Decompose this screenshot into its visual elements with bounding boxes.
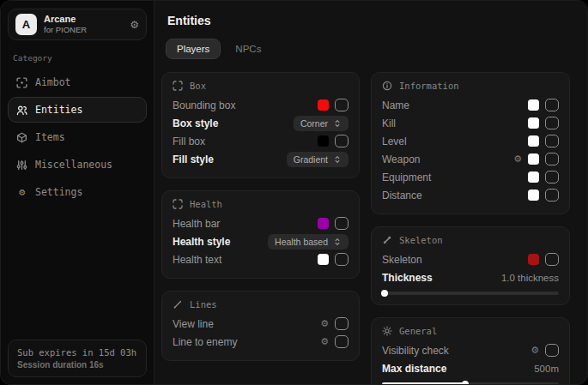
health-text-row: Health text — [173, 250, 349, 268]
sidebar-item-label: Entities — [35, 104, 82, 116]
sidebar-item-items[interactable]: Items — [8, 124, 147, 150]
box-style-dropdown[interactable]: Corner — [294, 116, 349, 131]
health-text-label: Health text — [173, 254, 221, 266]
view-line-gear-icon[interactable]: ⚙ — [320, 319, 329, 328]
level-row: Level — [382, 132, 559, 150]
box-style-row: Box style Corner — [173, 114, 349, 132]
general-card: General Visibility check ⚙ Max distance … — [371, 317, 570, 385]
card-title: Lines — [190, 299, 217, 310]
skeleton-checkbox[interactable] — [545, 253, 559, 266]
visibility-check-row: Visibility check ⚙ — [382, 341, 559, 359]
bounding-box-checkbox[interactable] — [335, 99, 349, 111]
weapon-gear-icon[interactable]: ⚙ — [513, 154, 522, 164]
sidebar-item-settings[interactable]: ⚙ Settings — [8, 179, 147, 205]
app-subtitle: for PIONER — [44, 25, 87, 35]
name-checkbox[interactable] — [545, 99, 559, 111]
info-icon — [382, 81, 392, 91]
box-style-value: Corner — [300, 118, 328, 129]
package-icon — [16, 132, 27, 143]
line-to-enemy-checkbox[interactable] — [335, 335, 349, 348]
gear-icon: ⚙ — [16, 187, 27, 198]
main-content: Entities Players NPCs Box Bounding box — [155, 1, 587, 384]
information-card: Information Name Kill — [371, 72, 570, 214]
level-color-swatch[interactable] — [528, 135, 539, 147]
select-icon — [333, 238, 342, 246]
equipment-row: Equipment — [382, 168, 559, 186]
line-icon — [173, 299, 183, 310]
health-style-dropdown[interactable]: Health based — [268, 234, 349, 250]
health-text-checkbox[interactable] — [335, 253, 349, 266]
distance-label: Distance — [382, 189, 422, 202]
skeleton-label: Skeleton — [382, 254, 422, 266]
app-header-card: A Arcane for PIONER ⚙ — [8, 9, 147, 40]
thickness-value: 1.0 thickness — [501, 273, 559, 283]
fill-box-checkbox[interactable] — [335, 135, 349, 147]
subscription-card: Sub expires in 15d 03h Session duration … — [8, 340, 147, 377]
name-color-swatch[interactable] — [528, 99, 539, 111]
max-distance-slider-handle[interactable] — [462, 381, 469, 385]
distance-color-swatch[interactable] — [528, 189, 539, 201]
sidebar-item-label: Settings — [35, 186, 82, 198]
bounding-box-row: Bounding box — [173, 96, 349, 114]
view-line-label: View line — [173, 318, 214, 330]
card-title: Box — [190, 81, 206, 91]
sidebar-item-label: Aimbot — [35, 76, 71, 88]
line-to-enemy-gear-icon[interactable]: ⚙ — [320, 337, 329, 346]
sidebar-item-label: Miscellaneous — [35, 159, 112, 171]
level-label: Level — [382, 135, 407, 147]
fill-box-row: Fill box — [173, 132, 349, 150]
sliders-icon — [16, 159, 27, 171]
select-icon — [333, 119, 342, 128]
visibility-check-label: Visibility check — [382, 345, 449, 357]
max-distance-row: Max distance 500m — [382, 359, 559, 377]
sun-icon — [382, 326, 392, 336]
health-bar-label: Health bar — [173, 218, 220, 230]
thickness-slider-handle[interactable] — [381, 290, 388, 297]
distance-row: Distance — [382, 186, 559, 204]
sidebar-item-aimbot[interactable]: Aimbot — [8, 69, 147, 95]
view-line-row: View line ⚙ — [173, 315, 349, 333]
level-checkbox[interactable] — [545, 135, 559, 147]
box-card: Box Bounding box Box style Corner — [161, 72, 360, 178]
kill-checkbox[interactable] — [545, 117, 559, 129]
visibility-check-gear-icon[interactable]: ⚙ — [530, 346, 539, 355]
distance-checkbox[interactable] — [545, 189, 559, 202]
sub-expires-text: Sub expires in 15d 03h — [17, 347, 137, 358]
equipment-checkbox[interactable] — [545, 171, 559, 183]
tab-npcs[interactable]: NPCs — [224, 39, 272, 59]
sidebar-item-entities[interactable]: Entities — [8, 97, 147, 123]
users-icon — [16, 105, 27, 116]
app-settings-icon[interactable]: ⚙ — [130, 19, 139, 31]
skeleton-color-swatch[interactable] — [528, 254, 539, 265]
fill-style-value: Gradient — [294, 154, 328, 165]
weapon-row: Weapon ⚙ — [382, 150, 559, 168]
fill-style-dropdown[interactable]: Gradient — [287, 152, 349, 167]
equipment-color-swatch[interactable] — [528, 171, 539, 183]
line-to-enemy-row: Line to enemy ⚙ — [173, 333, 349, 351]
app-name: Arcane — [44, 14, 87, 25]
thickness-row: Thickness 1.0 thickness — [382, 268, 559, 286]
crosshair-icon — [16, 77, 27, 88]
tab-players[interactable]: Players — [166, 39, 221, 59]
visibility-check-checkbox[interactable] — [545, 344, 559, 357]
health-text-color-swatch[interactable] — [318, 254, 329, 265]
kill-row: Kill — [382, 114, 559, 132]
name-label: Name — [382, 99, 409, 111]
fill-box-color-swatch[interactable] — [318, 135, 329, 147]
weapon-color-swatch[interactable] — [528, 153, 539, 165]
view-line-checkbox[interactable] — [335, 317, 349, 330]
card-title: Health — [190, 199, 222, 209]
sidebar: A Arcane for PIONER ⚙ Category Aimbot En… — [1, 1, 155, 384]
thickness-slider[interactable] — [382, 292, 559, 295]
bounding-box-color-swatch[interactable] — [318, 99, 329, 111]
sidebar-item-miscellaneous[interactable]: Miscellaneous — [8, 152, 147, 177]
skeleton-card: Skeleton Skeleton Thickness 1.0 thicknes… — [371, 226, 570, 305]
box-style-label: Box style — [173, 117, 218, 129]
weapon-checkbox[interactable] — [545, 153, 559, 165]
health-bar-color-swatch[interactable] — [318, 218, 329, 229]
arcane-menu-window: A Arcane for PIONER ⚙ Category Aimbot En… — [0, 0, 588, 385]
health-bar-checkbox[interactable] — [335, 217, 349, 230]
kill-color-swatch[interactable] — [528, 117, 539, 129]
thickness-label: Thickness — [382, 272, 433, 284]
health-card: Health Health bar Health style Health ba… — [161, 190, 360, 279]
